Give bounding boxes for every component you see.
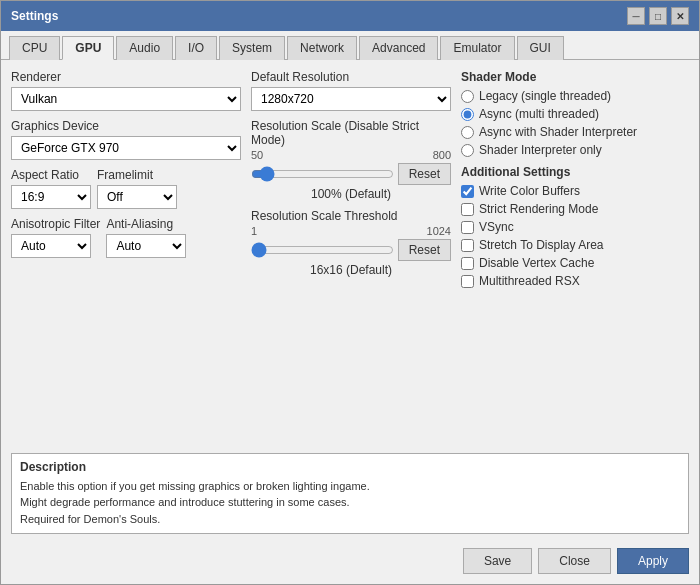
write-color-buffers-checkbox[interactable] <box>461 185 474 198</box>
graphics-device-select[interactable]: GeForce GTX 970 <box>11 136 241 160</box>
graphics-device-group: Graphics Device GeForce GTX 970 <box>11 119 241 160</box>
write-color-buffers-option[interactable]: Write Color Buffers <box>461 184 689 198</box>
shader-interpreter-only-label: Shader Interpreter only <box>479 143 602 157</box>
anisotropic-filter-label: Anisotropic Filter <box>11 217 100 231</box>
anti-aliasing-label: Anti-Aliasing <box>106 217 186 231</box>
close-button[interactable]: ✕ <box>671 7 689 25</box>
shader-legacy-label: Legacy (single threaded) <box>479 89 611 103</box>
res-scale-max: 800 <box>433 149 451 161</box>
tab-gpu[interactable]: GPU <box>62 36 114 60</box>
tab-bar: CPU GPU Audio I/O System Network Advance… <box>1 31 699 60</box>
res-threshold-range-labels: 1 1024 <box>251 225 451 237</box>
description-panel: Description Enable this option if you ge… <box>11 453 689 535</box>
default-res-select[interactable]: 1280x720 1920x1080 3840x2160 <box>251 87 451 111</box>
res-scale-range-labels: 50 800 <box>251 149 451 161</box>
strict-rendering-mode-checkbox[interactable] <box>461 203 474 216</box>
shader-interpreter-only-radio[interactable] <box>461 144 474 157</box>
renderer-label: Renderer <box>11 70 241 84</box>
minimize-button[interactable]: ─ <box>627 7 645 25</box>
res-threshold-slider[interactable] <box>251 242 394 258</box>
res-threshold-max: 1024 <box>427 225 451 237</box>
main-body: Renderer Vulkan OpenGL Null Graphics Dev… <box>1 60 699 584</box>
shader-mode-group: Shader Mode Legacy (single threaded) Asy… <box>461 70 689 157</box>
res-scale-value: 100% (Default) <box>251 187 451 201</box>
res-threshold-slider-row: Reset <box>251 239 451 261</box>
strict-rendering-mode-label: Strict Rendering Mode <box>479 202 598 216</box>
res-scale-slider-row: Reset <box>251 163 451 185</box>
additional-settings-title: Additional Settings <box>461 165 689 179</box>
res-threshold-reset-button[interactable]: Reset <box>398 239 451 261</box>
shader-mode-title: Shader Mode <box>461 70 689 84</box>
res-scale-label: Resolution Scale (Disable Strict Mode) <box>251 119 451 147</box>
anti-aliasing-select[interactable]: Auto None 2x 4x <box>106 234 186 258</box>
maximize-button[interactable]: □ <box>649 7 667 25</box>
default-res-label: Default Resolution <box>251 70 451 84</box>
res-threshold-label: Resolution Scale Threshold <box>251 209 451 223</box>
renderer-group: Renderer Vulkan OpenGL Null <box>11 70 241 111</box>
multithreaded-rsx-option[interactable]: Multithreaded RSX <box>461 274 689 288</box>
aspect-framelimit-row: Aspect Ratio 16:9 4:3 Auto Framelimit Of… <box>11 168 241 209</box>
framelimit-select[interactable]: Off 30 60 <box>97 185 177 209</box>
vsync-option[interactable]: VSync <box>461 220 689 234</box>
description-text: Enable this option if you get missing gr… <box>20 478 680 528</box>
res-scale-container: Resolution Scale (Disable Strict Mode) 5… <box>251 119 451 201</box>
shader-legacy-radio[interactable] <box>461 90 474 103</box>
additional-settings-group: Additional Settings Write Color Buffers … <box>461 165 689 288</box>
window-title: Settings <box>11 9 58 23</box>
disable-vertex-cache-option[interactable]: Disable Vertex Cache <box>461 256 689 270</box>
aspect-ratio-label: Aspect Ratio <box>11 168 91 182</box>
res-scale-slider[interactable] <box>251 166 394 182</box>
content-area: Renderer Vulkan OpenGL Null Graphics Dev… <box>1 60 699 453</box>
graphics-device-label: Graphics Device <box>11 119 241 133</box>
disable-vertex-cache-checkbox[interactable] <box>461 257 474 270</box>
description-title: Description <box>20 460 680 474</box>
tab-io[interactable]: I/O <box>175 36 217 60</box>
tab-gui[interactable]: GUI <box>517 36 564 60</box>
res-threshold-min: 1 <box>251 225 257 237</box>
settings-window: Settings ─ □ ✕ CPU GPU Audio I/O System … <box>0 0 700 585</box>
tab-network[interactable]: Network <box>287 36 357 60</box>
strict-rendering-mode-option[interactable]: Strict Rendering Mode <box>461 202 689 216</box>
anisotropic-filter-group: Anisotropic Filter Auto 2x 4x 8x 16x <box>11 217 100 258</box>
disable-vertex-cache-label: Disable Vertex Cache <box>479 256 594 270</box>
right-panel: Shader Mode Legacy (single threaded) Asy… <box>461 70 689 443</box>
middle-panel: Default Resolution 1280x720 1920x1080 38… <box>251 70 451 443</box>
shader-async-interpreter-radio[interactable] <box>461 126 474 139</box>
default-res-group: Default Resolution 1280x720 1920x1080 38… <box>251 70 451 111</box>
anti-aliasing-group: Anti-Aliasing Auto None 2x 4x <box>106 217 186 258</box>
anisotropic-filter-select[interactable]: Auto 2x 4x 8x 16x <box>11 234 91 258</box>
save-button[interactable]: Save <box>463 548 532 574</box>
aniso-aa-row: Anisotropic Filter Auto 2x 4x 8x 16x Ant… <box>11 217 241 258</box>
shader-async-label: Async (multi threaded) <box>479 107 599 121</box>
close-button[interactable]: Close <box>538 548 611 574</box>
tab-emulator[interactable]: Emulator <box>440 36 514 60</box>
framelimit-label: Framelimit <box>97 168 177 182</box>
shader-interpreter-only-option[interactable]: Shader Interpreter only <box>461 143 689 157</box>
res-scale-reset-button[interactable]: Reset <box>398 163 451 185</box>
tab-advanced[interactable]: Advanced <box>359 36 438 60</box>
button-bar: Save Close Apply <box>1 542 699 584</box>
res-scale-min: 50 <box>251 149 263 161</box>
stretch-display-checkbox[interactable] <box>461 239 474 252</box>
shader-legacy-option[interactable]: Legacy (single threaded) <box>461 89 689 103</box>
renderer-select[interactable]: Vulkan OpenGL Null <box>11 87 241 111</box>
stretch-display-label: Stretch To Display Area <box>479 238 604 252</box>
title-bar-buttons: ─ □ ✕ <box>627 7 689 25</box>
apply-button[interactable]: Apply <box>617 548 689 574</box>
tab-audio[interactable]: Audio <box>116 36 173 60</box>
aspect-ratio-select[interactable]: 16:9 4:3 Auto <box>11 185 91 209</box>
tab-cpu[interactable]: CPU <box>9 36 60 60</box>
res-threshold-value: 16x16 (Default) <box>251 263 451 277</box>
shader-async-option[interactable]: Async (multi threaded) <box>461 107 689 121</box>
title-bar: Settings ─ □ ✕ <box>1 1 699 31</box>
shader-async-interpreter-option[interactable]: Async with Shader Interpreter <box>461 125 689 139</box>
multithreaded-rsx-checkbox[interactable] <box>461 275 474 288</box>
res-threshold-container: Resolution Scale Threshold 1 1024 Reset … <box>251 209 451 277</box>
stretch-display-option[interactable]: Stretch To Display Area <box>461 238 689 252</box>
shader-async-radio[interactable] <box>461 108 474 121</box>
vsync-checkbox[interactable] <box>461 221 474 234</box>
vsync-label: VSync <box>479 220 514 234</box>
additional-settings-checkboxes: Write Color Buffers Strict Rendering Mod… <box>461 184 689 288</box>
shader-mode-radio-group: Legacy (single threaded) Async (multi th… <box>461 89 689 157</box>
tab-system[interactable]: System <box>219 36 285 60</box>
